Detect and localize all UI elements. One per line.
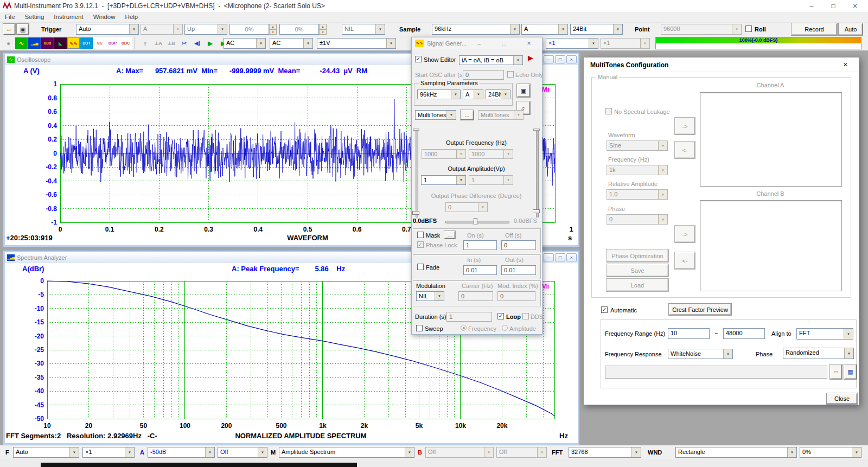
menu-help[interactable]: Help [120,12,143,20]
app-maximize-button[interactable]: □ [822,0,844,12]
output-frequency-a-select[interactable]: 1000▼ [422,149,466,159]
frequency-response-select[interactable]: WhiteNoise▼ [668,349,733,359]
menu-instrument[interactable]: Instrument [49,12,88,20]
probe-a-icon[interactable]: ⊥A [152,37,164,49]
tone-waveform-select[interactable]: Sine▼ [607,140,668,151]
waveform-browse-button[interactable]: ... [461,110,474,120]
coupling-a-select[interactable]: AC▼ [224,38,266,49]
save-signal-icon[interactable]: ▣ [517,84,530,97]
balance-slider[interactable] [445,221,509,223]
menu-window[interactable]: Window [88,12,120,20]
frequency-axis-mode-select[interactable]: Auto▼ [13,447,79,458]
automatic-checkbox[interactable] [601,306,608,313]
dds-checkbox[interactable] [522,313,529,319]
waveform-a-select[interactable]: MultiTones▼ [415,110,456,120]
crest-factor-preview-button[interactable]: Crest Factor Preview [669,304,731,315]
save-file-icon[interactable]: ▣ [17,24,29,35]
probe-a-select[interactable]: ×1▼ [546,38,598,49]
mask-browse-button[interactable]: ... [444,231,455,239]
output-amplitude-a-select[interactable]: 1▼ [421,175,466,185]
sample-bits-select[interactable]: 24Bit▼ [570,24,623,35]
phase-mode-select[interactable]: Randomized▼ [783,348,854,359]
channel-a-listbox[interactable] [700,92,842,187]
window-minimize-button[interactable]: – [544,253,554,261]
file-path-input[interactable] [605,366,827,379]
channel-b-listbox[interactable] [700,200,842,291]
app-minimize-button[interactable]: – [801,0,822,12]
window-close-button[interactable]: × [566,55,577,63]
add-to-channel-a-button[interactable]: -> [675,118,695,135]
close-button[interactable]: Close [827,393,857,404]
fade-in-input[interactable]: 0.01 [463,265,497,275]
trigger-level-stepper[interactable]: 0% ▲▼ [229,24,277,35]
b-range-select[interactable]: Off▼ [425,447,494,458]
data-download-icon[interactable]: DDC [119,37,132,49]
menu-file[interactable]: File [0,12,20,20]
signal-generator-icon[interactable]: ∿∿ [67,37,80,49]
sweep-checkbox[interactable] [416,325,423,331]
amplitude-slider-b-handle[interactable] [533,209,540,213]
probe-b-select[interactable]: ×1▼ [601,38,650,49]
open-file-icon[interactable]: ▱ [830,364,842,379]
spreadsheet-icon[interactable]: ▦ [844,364,857,379]
routing-select[interactable]: iA = oA, iB = oB▼ [459,55,523,65]
sample-channel-select[interactable]: A▼ [521,24,568,35]
window-restore-button[interactable]: □ [555,253,565,261]
sample-rate-select[interactable]: 96kHz▼ [432,24,520,35]
coupling-b-select[interactable]: AC▼ [270,38,313,49]
phase-lock-checkbox[interactable] [417,241,424,248]
window-function-select[interactable]: Rectangle▼ [675,447,797,458]
fade-checkbox[interactable] [417,264,424,270]
mask-off-input[interactable]: 0 [501,240,536,250]
device-test-plan-icon[interactable]: DUT [80,37,93,49]
dialog-minimize-button[interactable]: – [474,39,484,48]
derived-data-curve-icon[interactable]: ≈≈ [93,37,106,49]
analysis-mode-select[interactable]: Amplitude Spectrum▼ [279,447,414,458]
multitones-titlebar[interactable]: MultiTones Configuration × [584,57,859,72]
dialog-close-button[interactable]: × [843,60,848,69]
sweep-amplitude-radio[interactable] [502,325,508,331]
probe-b-icon[interactable]: ⊥B [165,37,177,49]
no-spectral-leakage-checkbox[interactable] [605,108,612,114]
spectrum-3d-plot-icon[interactable]: ◣ [54,37,67,49]
generator-bits-select[interactable]: 24Bit▼ [486,89,510,99]
mask-on-input[interactable]: 1 [463,240,497,250]
waveform-b-select[interactable]: MultiTones▼ [478,110,524,120]
a-range-select[interactable]: -50dB▼ [148,447,215,458]
loop-checkbox[interactable] [497,313,504,319]
generator-sample-rate-select[interactable]: 96kHz▼ [417,89,461,99]
mask-checkbox[interactable] [417,232,424,238]
a-smoothing-select[interactable]: Off▼ [218,447,267,458]
menu-setting[interactable]: Setting [20,12,49,20]
spin-down-icon[interactable]: ▼ [319,29,327,35]
auto-button[interactable]: Auto [839,23,863,35]
window-close-button[interactable]: × [566,253,577,261]
fft-size-select[interactable]: 32768▼ [569,447,641,458]
align-to-select[interactable]: FFT▼ [796,328,853,340]
spin-down-icon[interactable]: ▼ [269,29,277,35]
load-button[interactable]: Load [607,279,668,291]
remove-from-channel-b-button[interactable]: <- [675,252,695,269]
frequency-multiplier-select[interactable]: ×1▼ [82,447,135,458]
spin-up-icon[interactable]: ▲ [269,24,277,29]
frequency-min-input[interactable]: 10 [668,328,710,339]
run-icon[interactable]: ▶ [204,37,216,49]
trigger-source-select[interactable]: A▼ [141,24,183,35]
oscilloscope-icon[interactable]: ∿ [15,37,28,49]
record-indicator-icon[interactable]: ● [2,37,15,49]
carrier-input[interactable]: 0 [458,291,493,301]
dialog-close-button[interactable]: × [524,39,534,48]
balance-slider-handle[interactable] [474,218,477,225]
generator-run-icon[interactable]: ▶ [528,54,533,62]
sweep-frequency-radio[interactable] [461,325,467,331]
voltage-range-select[interactable]: ±1V▼ [317,38,396,49]
window-minimize-button[interactable]: – [544,55,554,63]
sound-output-icon[interactable]: ◀) [191,37,203,49]
output-frequency-b-select[interactable]: 1000▼ [469,149,513,159]
spin-up-icon[interactable]: ▲ [319,24,327,29]
microphone-icon[interactable]: ♁ [139,37,151,49]
duration-input[interactable]: 1 [446,312,492,322]
roll-checkbox[interactable] [745,25,752,32]
trigger-filter-select[interactable]: NIL▼ [342,24,385,35]
add-to-channel-b-button[interactable]: -> [675,226,695,242]
